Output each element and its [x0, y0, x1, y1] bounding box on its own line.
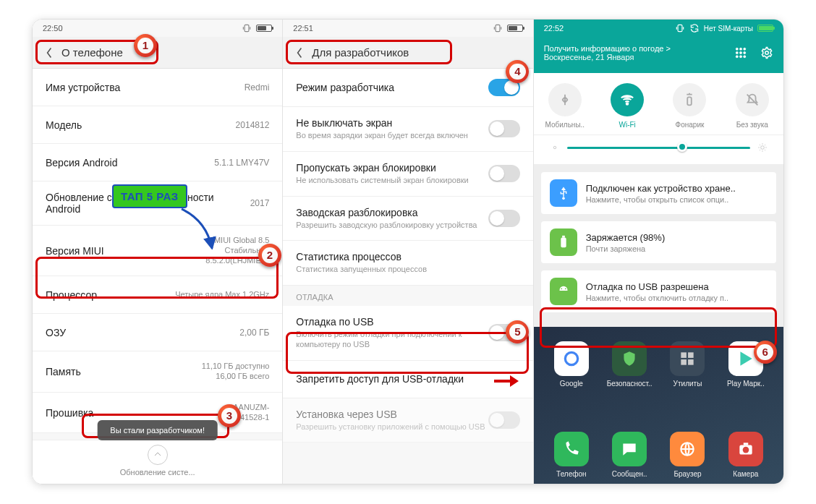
toggle-skip-lock[interactable] — [488, 165, 520, 182]
back-button[interactable] — [290, 43, 309, 62]
shade-header: Получить информацию о погоде > Воскресен… — [534, 37, 783, 73]
svg-point-10 — [739, 56, 741, 58]
svg-rect-30 — [744, 443, 749, 445]
arrow-right-icon — [493, 374, 522, 390]
notif-subtitle: Нажмите, чтобы отключить отладку п.. — [586, 294, 728, 302]
row-oem-unlock[interactable]: Заводская разблокировка Разрешить заводс… — [283, 197, 532, 242]
row-value: 2,00 ГБ — [239, 328, 269, 338]
svg-point-12 — [765, 51, 769, 55]
panel-about-phone: 22:50 О телефоне Имя устройства Redmi Мо… — [33, 20, 283, 484]
tile-silent[interactable]: Без звука — [721, 83, 783, 129]
row-usb-debugging[interactable]: Отладка по USB Включить режим отладки пр… — [283, 306, 532, 361]
battery-icon — [556, 234, 571, 250]
toggle-oem[interactable] — [488, 210, 520, 227]
svg-point-29 — [742, 447, 749, 453]
vibrate-icon — [493, 23, 503, 33]
row-value: 11,10 ГБ доступно 16,00 ГБ всего — [202, 362, 270, 382]
svg-rect-26 — [689, 359, 694, 365]
clock: 22:51 — [293, 24, 313, 33]
app-tools[interactable]: Утилиты — [658, 341, 716, 388]
step-badge-3: 3 — [218, 404, 241, 427]
row-label: Модель — [46, 119, 236, 131]
svg-point-6 — [736, 52, 738, 54]
notifications: Подключен как устройство хране.. Нажмите… — [534, 165, 783, 327]
clock: 22:50 — [43, 24, 63, 33]
notif-subtitle: Почти заряжена — [586, 244, 666, 253]
step-badge-5: 5 — [506, 320, 529, 343]
usb-icon — [556, 185, 571, 201]
clock: 22:52 — [544, 24, 564, 33]
notif-subtitle: Нажмите, чтобы открыть список опци.. — [586, 195, 736, 204]
android-icon — [556, 283, 571, 299]
svg-point-13 — [626, 103, 629, 105]
svg-rect-18 — [561, 238, 566, 248]
notification-charging[interactable]: Заряжается (98%) Почти заряжена — [541, 221, 776, 263]
developer-list: Режим разработчика Не выключать экран Во… — [283, 69, 532, 484]
sun-bright-icon — [757, 142, 768, 153]
svg-rect-0 — [245, 25, 249, 31]
app-google[interactable]: Google — [543, 341, 600, 388]
app-camera[interactable]: Камера — [717, 432, 775, 478]
app-security[interactable]: Безопасност.. — [600, 341, 658, 388]
status-bar: 22:50 — [33, 20, 282, 37]
gear-icon[interactable] — [760, 46, 773, 59]
notif-title: Подключен как устройство хране.. — [586, 183, 736, 194]
row-model[interactable]: Модель 2014812 — [33, 106, 282, 144]
row-stay-awake[interactable]: Не выключать экран Во время зарядки экра… — [283, 107, 532, 152]
notification-usb-debug-allowed[interactable]: Отладка по USB разрешена Нажмите, чтобы … — [541, 270, 776, 312]
scroll-hint: Обновление систе... — [33, 440, 282, 484]
row-android-version[interactable]: Версия Android 5.1.1 LMY47V — [33, 144, 282, 181]
app-browser[interactable]: Браузер — [658, 432, 716, 478]
svg-rect-19 — [562, 236, 565, 238]
row-value: Redmi — [245, 82, 270, 93]
app-phone[interactable]: Телефон — [543, 432, 600, 478]
row-dev-mode[interactable]: Режим разработчика — [283, 69, 532, 107]
row-miui-version[interactable]: Версия MIUI MIUI Global 8.5 Стабильная 8… — [33, 226, 282, 276]
svg-point-16 — [761, 146, 765, 150]
home-screen-peek: Google Безопасност.. Утилиты Play Марк.. — [534, 327, 783, 484]
header: Для разработчиков — [283, 37, 532, 69]
vibrate-icon — [242, 23, 252, 33]
arrow-up-icon[interactable] — [148, 445, 168, 465]
tile-mobile-data[interactable]: Мобильны.. — [534, 83, 596, 129]
brightness-slider[interactable] — [534, 135, 783, 165]
svg-point-11 — [744, 56, 746, 58]
row-label: Статистика процессов Статистика запущенн… — [296, 251, 519, 275]
row-storage[interactable]: Память 11,10 ГБ доступно 16,00 ГБ всего — [33, 351, 282, 393]
developer-toast: Вы стали разработчиком! — [97, 420, 218, 440]
row-skip-lockscreen[interactable]: Пропускать экран блокировки Не использов… — [283, 152, 532, 197]
svg-rect-14 — [688, 97, 692, 105]
notification-usb-storage[interactable]: Подключен как устройство хране.. Нажмите… — [541, 172, 776, 214]
app-messages[interactable]: Сообщен.. — [600, 432, 658, 478]
status-bar: 22:51 — [283, 20, 532, 37]
row-value: 2017 — [250, 198, 270, 208]
battery-icon — [757, 25, 773, 32]
svg-point-7 — [739, 52, 741, 54]
grid-icon[interactable] — [734, 46, 747, 59]
back-button[interactable] — [40, 43, 59, 62]
row-value: 2014812 — [236, 120, 270, 130]
toggle-install-usb[interactable] — [488, 411, 520, 429]
row-label: Имя устройства — [46, 82, 245, 93]
row-label: Память — [46, 366, 202, 377]
row-install-via-usb[interactable]: Установка через USB Разрешить установку … — [283, 398, 532, 443]
row-label: Запретить доступ для USB-отладки — [296, 373, 519, 385]
sim-status: Нет SIM-карты — [704, 25, 753, 33]
row-ram[interactable]: ОЗУ 2,00 ГБ — [33, 314, 282, 351]
svg-point-5 — [744, 48, 746, 50]
scroll-hint-text: Обновление систе... — [33, 468, 282, 477]
row-value: 5.1.1 LMY47V — [214, 158, 269, 168]
toggle-stay-awake[interactable] — [488, 120, 520, 137]
row-cpu[interactable]: Процессор Четыре ядра Max 1,2GHz — [33, 276, 282, 314]
tile-wifi[interactable]: Wi-Fi — [596, 83, 658, 129]
row-label: Режим разработчика — [296, 82, 488, 93]
composite-screenshot: 22:50 О телефоне Имя устройства Redmi Мо… — [32, 19, 784, 484]
row-device-name[interactable]: Имя устройства Redmi — [33, 69, 282, 106]
svg-rect-2 — [678, 25, 682, 31]
tile-torch[interactable]: Фонарик — [658, 83, 721, 129]
step-badge-2: 2 — [258, 244, 281, 267]
row-label: Прошивка — [46, 407, 220, 419]
row-process-stats[interactable]: Статистика процессов Статистика запущенн… — [283, 241, 532, 286]
sun-dim-icon — [550, 142, 560, 153]
weather-info[interactable]: Получить информацию о погоде > Воскресен… — [544, 44, 671, 61]
